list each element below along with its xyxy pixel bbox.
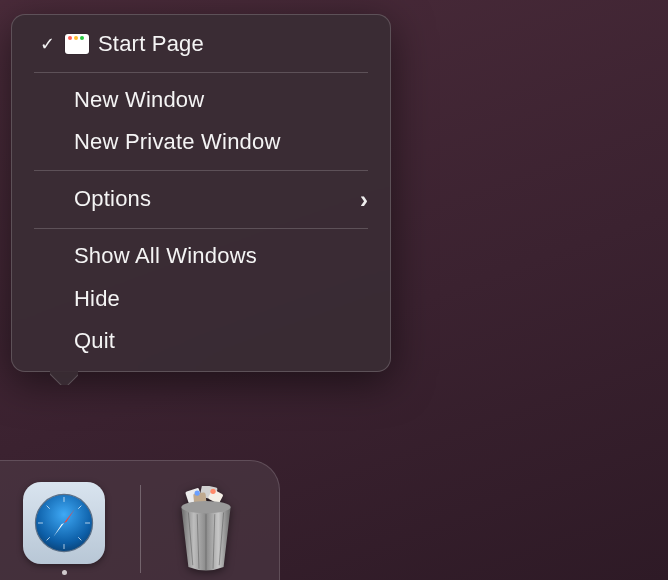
menu-separator <box>34 72 368 73</box>
menu-item-start-page[interactable]: ✓ Start Page <box>12 23 390 66</box>
dock-separator <box>140 485 141 573</box>
dock-item-trash[interactable] <box>161 484 251 574</box>
menu-label: Hide <box>68 285 370 314</box>
menu-item-hide[interactable]: Hide <box>12 278 390 321</box>
svg-point-15 <box>195 490 200 495</box>
chevron-right-icon: › <box>360 184 370 215</box>
dock <box>0 460 280 580</box>
menu-item-quit[interactable]: Quit <box>12 320 390 363</box>
running-indicator <box>62 570 67 575</box>
menu-item-options[interactable]: Options › <box>12 177 390 222</box>
page-icon <box>62 34 92 54</box>
dock-context-menu: ✓ Start Page New Window New Private Wind… <box>11 14 391 372</box>
menu-label: Start Page <box>92 30 370 59</box>
svg-point-17 <box>181 500 230 512</box>
safari-icon <box>23 482 105 564</box>
menu-label: Options <box>68 185 360 214</box>
checkmark-icon: ✓ <box>32 33 62 56</box>
menu-item-show-all-windows[interactable]: Show All Windows <box>12 235 390 278</box>
menu-separator <box>34 170 368 171</box>
dock-item-safari[interactable] <box>16 482 112 575</box>
menu-separator <box>34 228 368 229</box>
menu-label: Show All Windows <box>68 242 370 271</box>
svg-point-16 <box>210 488 215 493</box>
trash-icon <box>166 484 246 574</box>
menu-label: New Window <box>68 86 370 115</box>
menu-label: New Private Window <box>68 128 370 157</box>
menu-pointer-arrow <box>50 371 78 385</box>
menu-item-new-private-window[interactable]: New Private Window <box>12 121 390 164</box>
menu-label: Quit <box>68 327 370 356</box>
menu-item-new-window[interactable]: New Window <box>12 79 390 122</box>
